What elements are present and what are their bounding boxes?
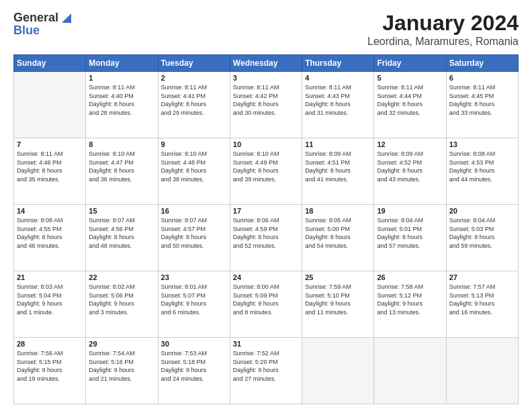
table-row	[374, 338, 446, 404]
day-number: 12	[377, 140, 443, 148]
table-row: 27Sunrise: 7:57 AM Sunset: 5:13 PM Dayli…	[446, 271, 518, 338]
day-number: 9	[161, 140, 227, 148]
day-info: Sunrise: 8:07 AM Sunset: 4:57 PM Dayligh…	[161, 216, 227, 250]
day-number: 4	[305, 74, 371, 82]
calendar-week-row: 14Sunrise: 8:08 AM Sunset: 4:55 PM Dayli…	[14, 205, 519, 271]
col-sunday: Sunday	[14, 55, 86, 72]
day-info: Sunrise: 8:10 AM Sunset: 4:47 PM Dayligh…	[89, 150, 154, 183]
table-row	[14, 72, 86, 138]
day-number: 21	[17, 273, 83, 281]
table-row: 8Sunrise: 8:10 AM Sunset: 4:47 PM Daylig…	[86, 138, 158, 205]
day-info: Sunrise: 7:57 AM Sunset: 5:13 PM Dayligh…	[449, 283, 515, 316]
day-info: Sunrise: 7:59 AM Sunset: 5:10 PM Dayligh…	[305, 283, 371, 316]
page: General Blue January 2024 Leordina, Mara…	[0, 0, 532, 411]
table-row: 31Sunrise: 7:52 AM Sunset: 5:20 PM Dayli…	[230, 338, 302, 404]
day-info: Sunrise: 8:11 AM Sunset: 4:40 PM Dayligh…	[89, 83, 154, 117]
table-row: 15Sunrise: 8:07 AM Sunset: 4:56 PM Dayli…	[86, 205, 158, 271]
col-monday: Monday	[86, 55, 158, 72]
day-number: 14	[17, 207, 83, 215]
day-number: 8	[89, 140, 154, 148]
table-row: 17Sunrise: 8:06 AM Sunset: 4:59 PM Dayli…	[230, 205, 302, 271]
col-saturday: Saturday	[446, 55, 518, 72]
table-row: 10Sunrise: 8:10 AM Sunset: 4:49 PM Dayli…	[230, 138, 302, 205]
table-row: 30Sunrise: 7:53 AM Sunset: 5:18 PM Dayli…	[158, 338, 230, 404]
day-number: 15	[89, 207, 154, 215]
day-info: Sunrise: 7:54 AM Sunset: 5:16 PM Dayligh…	[89, 349, 154, 383]
day-number: 26	[377, 273, 443, 281]
table-row: 11Sunrise: 8:09 AM Sunset: 4:51 PM Dayli…	[302, 138, 374, 205]
table-row: 21Sunrise: 8:03 AM Sunset: 5:04 PM Dayli…	[14, 271, 86, 338]
header: General Blue January 2024 Leordina, Mara…	[13, 11, 519, 48]
day-number: 11	[305, 140, 371, 148]
calendar-subtitle: Leordina, Maramures, Romania	[367, 36, 519, 48]
day-info: Sunrise: 7:56 AM Sunset: 5:15 PM Dayligh…	[17, 349, 83, 383]
table-row	[446, 338, 518, 404]
day-info: Sunrise: 8:10 AM Sunset: 4:48 PM Dayligh…	[161, 150, 227, 183]
day-info: Sunrise: 8:06 AM Sunset: 4:59 PM Dayligh…	[233, 216, 299, 250]
table-row: 6Sunrise: 8:11 AM Sunset: 4:45 PM Daylig…	[446, 72, 518, 138]
table-row: 22Sunrise: 8:02 AM Sunset: 5:06 PM Dayli…	[86, 271, 158, 338]
day-info: Sunrise: 7:58 AM Sunset: 5:12 PM Dayligh…	[377, 283, 443, 316]
day-number: 10	[233, 140, 299, 148]
day-info: Sunrise: 8:01 AM Sunset: 5:07 PM Dayligh…	[161, 283, 227, 316]
day-info: Sunrise: 7:52 AM Sunset: 5:20 PM Dayligh…	[233, 349, 299, 383]
day-number: 28	[17, 340, 83, 348]
col-thursday: Thursday	[302, 55, 374, 72]
day-info: Sunrise: 8:02 AM Sunset: 5:06 PM Dayligh…	[89, 283, 154, 316]
col-wednesday: Wednesday	[230, 55, 302, 72]
title-block: January 2024 Leordina, Maramures, Romani…	[367, 11, 519, 48]
table-row: 25Sunrise: 7:59 AM Sunset: 5:10 PM Dayli…	[302, 271, 374, 338]
table-row: 20Sunrise: 8:04 AM Sunset: 5:03 PM Dayli…	[446, 205, 518, 271]
day-number: 16	[161, 207, 227, 215]
day-number: 7	[17, 140, 83, 148]
table-row: 26Sunrise: 7:58 AM Sunset: 5:12 PM Dayli…	[374, 271, 446, 338]
day-number: 18	[305, 207, 371, 215]
calendar-title: January 2024	[367, 11, 519, 36]
logo-triangle-icon	[59, 13, 71, 24]
day-info: Sunrise: 8:11 AM Sunset: 4:42 PM Dayligh…	[233, 83, 299, 117]
table-row: 13Sunrise: 8:08 AM Sunset: 4:53 PM Dayli…	[446, 138, 518, 205]
table-row: 23Sunrise: 8:01 AM Sunset: 5:07 PM Dayli…	[158, 271, 230, 338]
day-number: 6	[449, 74, 515, 82]
day-number: 27	[449, 273, 515, 281]
day-number: 29	[89, 340, 154, 348]
calendar-table: Sunday Monday Tuesday Wednesday Thursday…	[13, 54, 519, 404]
calendar-week-row: 1Sunrise: 8:11 AM Sunset: 4:40 PM Daylig…	[14, 72, 519, 138]
logo-general-text: General	[13, 11, 58, 25]
table-row: 9Sunrise: 8:10 AM Sunset: 4:48 PM Daylig…	[158, 138, 230, 205]
table-row: 5Sunrise: 8:11 AM Sunset: 4:44 PM Daylig…	[374, 72, 446, 138]
day-info: Sunrise: 8:11 AM Sunset: 4:45 PM Dayligh…	[449, 83, 515, 117]
logo-blue-text: Blue	[13, 24, 40, 38]
calendar-week-row: 7Sunrise: 8:11 AM Sunset: 4:46 PM Daylig…	[14, 138, 519, 205]
calendar-week-row: 28Sunrise: 7:56 AM Sunset: 5:15 PM Dayli…	[14, 338, 519, 404]
table-row: 29Sunrise: 7:54 AM Sunset: 5:16 PM Dayli…	[86, 338, 158, 404]
day-number: 17	[233, 207, 299, 215]
day-info: Sunrise: 8:03 AM Sunset: 5:04 PM Dayligh…	[17, 283, 83, 316]
day-info: Sunrise: 8:08 AM Sunset: 4:53 PM Dayligh…	[449, 150, 515, 183]
day-info: Sunrise: 8:11 AM Sunset: 4:41 PM Dayligh…	[161, 83, 227, 117]
table-row: 19Sunrise: 8:04 AM Sunset: 5:01 PM Dayli…	[374, 205, 446, 271]
col-tuesday: Tuesday	[158, 55, 230, 72]
day-info: Sunrise: 8:11 AM Sunset: 4:43 PM Dayligh…	[305, 83, 371, 117]
table-row: 2Sunrise: 8:11 AM Sunset: 4:41 PM Daylig…	[158, 72, 230, 138]
calendar-week-row: 21Sunrise: 8:03 AM Sunset: 5:04 PM Dayli…	[14, 271, 519, 338]
day-number: 24	[233, 273, 299, 281]
table-row	[302, 338, 374, 404]
calendar-header-row: Sunday Monday Tuesday Wednesday Thursday…	[14, 55, 519, 72]
day-number: 30	[161, 340, 227, 348]
col-friday: Friday	[374, 55, 446, 72]
day-number: 2	[161, 74, 227, 82]
day-number: 1	[89, 74, 154, 82]
svg-marker-0	[62, 13, 71, 23]
day-number: 22	[89, 273, 154, 281]
day-info: Sunrise: 8:09 AM Sunset: 4:51 PM Dayligh…	[305, 150, 371, 183]
table-row: 16Sunrise: 8:07 AM Sunset: 4:57 PM Dayli…	[158, 205, 230, 271]
table-row: 18Sunrise: 8:05 AM Sunset: 5:00 PM Dayli…	[302, 205, 374, 271]
day-number: 13	[449, 140, 515, 148]
table-row: 14Sunrise: 8:08 AM Sunset: 4:55 PM Dayli…	[14, 205, 86, 271]
table-row: 24Sunrise: 8:00 AM Sunset: 5:09 PM Dayli…	[230, 271, 302, 338]
day-number: 5	[377, 74, 443, 82]
table-row: 1Sunrise: 8:11 AM Sunset: 4:40 PM Daylig…	[86, 72, 158, 138]
day-info: Sunrise: 8:07 AM Sunset: 4:56 PM Dayligh…	[89, 216, 154, 250]
table-row: 4Sunrise: 8:11 AM Sunset: 4:43 PM Daylig…	[302, 72, 374, 138]
